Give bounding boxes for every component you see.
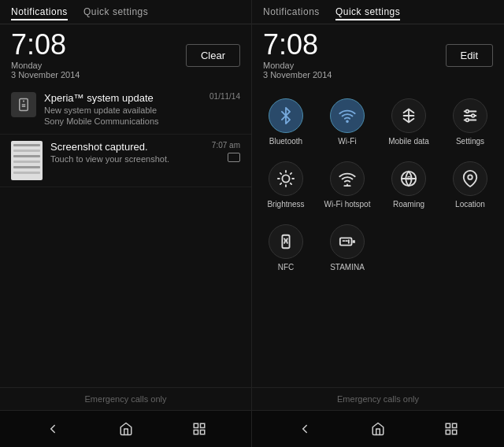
system-update-icon bbox=[11, 92, 36, 117]
notif-system-update-title: Xperia™ system update bbox=[44, 92, 202, 104]
stamina-label: STAMINA bbox=[330, 263, 365, 272]
roaming-label: Roaming bbox=[393, 200, 424, 209]
notif-screenshot[interactable]: Screenshot captured. Touch to view your … bbox=[0, 135, 251, 187]
qs-settings[interactable]: Settings bbox=[439, 91, 501, 153]
wifi-hotspot-icon-wrap bbox=[330, 161, 365, 196]
tab-notifications-right[interactable]: Notifications bbox=[263, 6, 320, 20]
wifi-icon-wrap bbox=[330, 98, 365, 133]
notif-screenshot-time: 7:07 am bbox=[212, 141, 240, 150]
svg-point-16 bbox=[466, 119, 469, 122]
time-row-left: 7:08 Monday 3 November 2014 Clear bbox=[0, 24, 251, 84]
right-panel: Notifications Quick settings 7:08 Monday… bbox=[252, 0, 504, 447]
time-block-right: 7:08 Monday 3 November 2014 bbox=[263, 31, 332, 79]
quick-settings-grid: Bluetooth Wi-Fi bbox=[252, 84, 504, 286]
svg-rect-42 bbox=[453, 430, 457, 434]
bluetooth-icon-wrap bbox=[269, 98, 303, 133]
wifi-hotspot-label: Wi-Fi hotspot bbox=[324, 200, 371, 209]
nfc-icon-wrap bbox=[269, 224, 303, 259]
edit-button[interactable]: Edit bbox=[446, 44, 493, 67]
settings-icon-wrap bbox=[453, 98, 487, 133]
location-icon-wrap bbox=[453, 161, 487, 196]
svg-point-31 bbox=[468, 175, 472, 179]
qs-bluetooth[interactable]: Bluetooth bbox=[255, 91, 317, 153]
svg-point-15 bbox=[472, 114, 475, 117]
left-panel: Notifications Quick settings 7:08 Monday… bbox=[0, 0, 252, 447]
svg-line-21 bbox=[291, 183, 291, 184]
brightness-icon-wrap bbox=[269, 161, 303, 196]
date-left: Monday 3 November 2014 bbox=[11, 61, 80, 79]
notif-screenshot-content: Screenshot captured. Touch to view your … bbox=[50, 141, 204, 164]
location-label: Location bbox=[455, 200, 485, 209]
date-right: Monday 3 November 2014 bbox=[263, 61, 332, 79]
svg-text:R: R bbox=[407, 175, 411, 181]
svg-point-17 bbox=[282, 175, 289, 182]
screenshot-thumbnail bbox=[11, 141, 43, 180]
notif-screenshot-meta: 7:07 am bbox=[212, 141, 240, 162]
right-header: Notifications Quick settings bbox=[252, 0, 504, 24]
nav-bar-left bbox=[0, 410, 251, 447]
recents-button-left[interactable] bbox=[184, 419, 214, 439]
svg-line-20 bbox=[280, 173, 281, 174]
brightness-label: Brightness bbox=[267, 200, 304, 209]
left-header: Notifications Quick settings bbox=[0, 0, 251, 24]
back-button-left[interactable] bbox=[38, 419, 68, 439]
notif-screenshot-sub: Touch to view your screenshot. bbox=[50, 154, 204, 164]
qs-mobile-data[interactable]: Mobile data bbox=[378, 91, 439, 153]
svg-rect-6 bbox=[194, 430, 198, 434]
tab-notifications-left[interactable]: Notifications bbox=[11, 6, 68, 20]
clear-button[interactable]: Clear bbox=[186, 44, 240, 67]
qs-brightness[interactable]: Brightness bbox=[255, 153, 317, 216]
mobile-data-label: Mobile data bbox=[388, 137, 429, 146]
qs-stamina[interactable]: STAMINA bbox=[317, 216, 378, 279]
stamina-icon-wrap bbox=[330, 224, 365, 259]
nfc-label: NFC bbox=[278, 263, 295, 272]
tab-quick-settings-left[interactable]: Quick settings bbox=[83, 6, 148, 20]
home-button-right[interactable] bbox=[363, 419, 393, 439]
svg-rect-7 bbox=[200, 430, 204, 434]
notifications-list: Xperia™ system update New system update … bbox=[0, 84, 251, 236]
qs-wifi-hotspot[interactable]: Wi-Fi hotspot bbox=[317, 153, 378, 216]
notif-system-update-sub: New system update available bbox=[44, 105, 202, 115]
bluetooth-label: Bluetooth bbox=[269, 137, 302, 146]
svg-rect-39 bbox=[447, 423, 450, 427]
nav-bar-right bbox=[252, 410, 504, 447]
home-button-left[interactable] bbox=[111, 419, 141, 439]
svg-point-14 bbox=[466, 110, 469, 113]
settings-label: Settings bbox=[456, 137, 484, 146]
svg-line-25 bbox=[291, 173, 291, 174]
time-row-right: 7:08 Monday 3 November 2014 Edit bbox=[252, 24, 504, 84]
notif-system-update-source: Sony Mobile Communications bbox=[44, 116, 202, 126]
right-tabs: Notifications Quick settings bbox=[263, 6, 400, 20]
qs-location[interactable]: Location bbox=[439, 153, 501, 216]
back-button-right[interactable] bbox=[290, 419, 320, 439]
clock-right: 7:08 bbox=[263, 31, 332, 59]
roaming-icon-wrap: R bbox=[391, 161, 426, 196]
tab-quick-settings-right[interactable]: Quick settings bbox=[335, 6, 400, 20]
qs-wifi[interactable]: Wi-Fi bbox=[317, 91, 378, 153]
svg-rect-32 bbox=[282, 235, 289, 249]
svg-rect-41 bbox=[447, 430, 450, 434]
recents-button-right[interactable] bbox=[436, 419, 466, 439]
notif-system-update[interactable]: Xperia™ system update New system update … bbox=[0, 84, 251, 135]
svg-rect-4 bbox=[194, 423, 198, 427]
svg-rect-40 bbox=[453, 423, 457, 427]
notif-screenshot-title: Screenshot captured. bbox=[50, 141, 204, 153]
wifi-label: Wi-Fi bbox=[338, 137, 356, 146]
image-icon bbox=[228, 153, 240, 162]
emergency-right: Emergency calls only bbox=[252, 387, 504, 410]
left-tabs: Notifications Quick settings bbox=[11, 6, 148, 20]
notif-system-update-content: Xperia™ system update New system update … bbox=[44, 92, 202, 126]
mobile-data-icon-wrap bbox=[391, 98, 426, 133]
svg-line-24 bbox=[280, 183, 281, 184]
emergency-left: Emergency calls only bbox=[0, 387, 251, 410]
notif-system-update-time: 01/11/14 bbox=[209, 92, 240, 101]
qs-roaming[interactable]: R Roaming bbox=[378, 153, 439, 216]
svg-rect-5 bbox=[200, 423, 204, 427]
clock-left: 7:08 bbox=[11, 31, 80, 59]
svg-point-8 bbox=[346, 120, 348, 122]
qs-nfc[interactable]: NFC bbox=[255, 216, 317, 279]
time-block-left: 7:08 Monday 3 November 2014 bbox=[11, 31, 80, 79]
